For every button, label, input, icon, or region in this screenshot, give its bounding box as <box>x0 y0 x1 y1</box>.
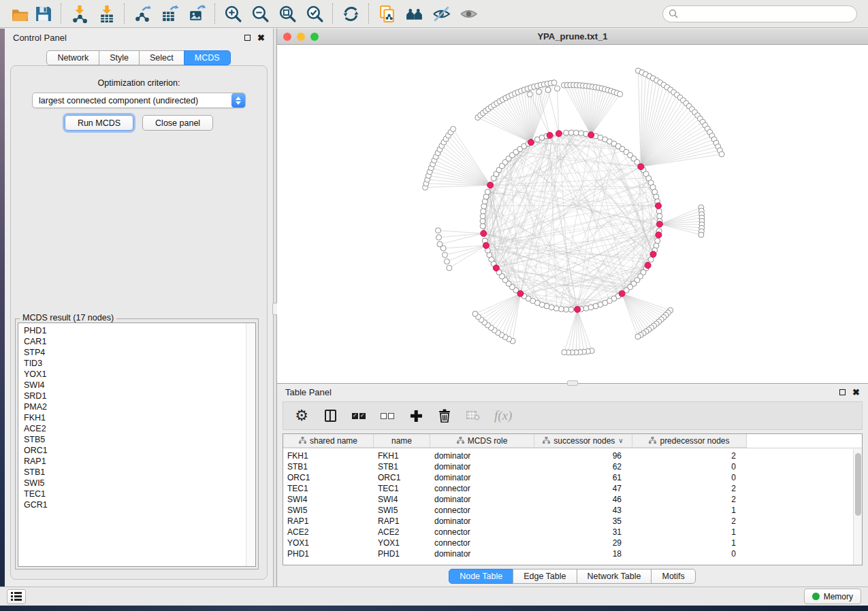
ring-node[interactable] <box>579 131 584 136</box>
column-header-name[interactable]: name <box>374 434 430 448</box>
duplicate-network-button[interactable] <box>375 2 398 25</box>
mcds-hub-node[interactable] <box>588 132 594 138</box>
leaf-node[interactable] <box>436 235 442 240</box>
mcds-result-item[interactable]: ACE2 <box>24 423 246 434</box>
leaf-node[interactable] <box>444 259 449 264</box>
leaf-node[interactable] <box>472 311 478 316</box>
import-table-button[interactable] <box>95 2 118 25</box>
column-header-successor-nodes[interactable]: successor nodes∨ <box>534 434 632 448</box>
function-builder-button[interactable]: f(x) <box>494 406 512 426</box>
run-mcds-button[interactable]: Run MCDS <box>65 115 133 131</box>
mcds-result-item[interactable]: GCR1 <box>24 499 246 510</box>
mcds-list-scrollbar[interactable] <box>246 323 255 566</box>
table-row[interactable]: ORC1ORC1dominator610 <box>283 472 862 483</box>
status-menu-button[interactable] <box>7 589 26 604</box>
table-row[interactable]: YOX1YOX1connector291 <box>283 538 862 548</box>
mcds-result-item[interactable]: YOX1 <box>24 369 246 380</box>
leaf-node[interactable] <box>545 87 551 93</box>
mcds-hub-node[interactable] <box>528 139 534 146</box>
column-header-predecessor-nodes[interactable]: predecessor nodes <box>632 434 747 448</box>
table-row[interactable]: SWI5SWI5connector431 <box>283 505 862 516</box>
leaf-node[interactable] <box>440 246 446 251</box>
mcds-hub-node[interactable] <box>493 265 499 271</box>
mcds-result-item[interactable]: TEC1 <box>24 489 246 499</box>
tab-motifs[interactable]: Motifs <box>651 569 695 584</box>
mcds-result-item[interactable]: CAR1 <box>24 336 246 347</box>
tab-network[interactable]: Network <box>46 50 99 65</box>
save-session-button[interactable] <box>31 2 54 25</box>
mcds-result-item[interactable]: TID3 <box>24 358 246 369</box>
network-window-titlebar[interactable]: YPA_prune.txt_1 <box>277 29 868 45</box>
mcds-result-item[interactable]: SWI5 <box>24 478 246 489</box>
tab-select[interactable]: Select <box>139 50 184 65</box>
leaf-node[interactable] <box>719 152 724 157</box>
column-header-shared-name[interactable]: shared name <box>283 434 374 448</box>
table-row[interactable]: FKH1FKH1dominator962 <box>283 450 862 461</box>
memory-button[interactable]: Memory <box>804 589 861 604</box>
ring-node[interactable] <box>583 306 589 311</box>
mcds-result-item[interactable]: RAP1 <box>24 456 246 467</box>
ring-node[interactable] <box>481 208 486 214</box>
hide-selected-button[interactable] <box>430 2 453 25</box>
select-all-columns-button[interactable] <box>351 406 366 426</box>
tab-edge-table[interactable]: Edge Table <box>513 569 577 584</box>
mcds-hub-node[interactable] <box>656 221 662 227</box>
mcds-result-item[interactable]: ORC1 <box>24 445 246 456</box>
export-table-button[interactable] <box>158 2 181 25</box>
leaf-node[interactable] <box>617 91 623 97</box>
leaf-node[interactable] <box>536 89 542 95</box>
ring-node[interactable] <box>564 130 569 135</box>
leaf-node[interactable] <box>635 334 641 340</box>
float-table-panel-icon[interactable] <box>839 389 846 395</box>
window-minimize-button[interactable] <box>297 33 305 41</box>
mcds-hub-node[interactable] <box>575 306 581 312</box>
table-row[interactable]: SWI4SWI4dominator462 <box>283 494 862 505</box>
mcds-hub-node[interactable] <box>547 132 553 138</box>
table-row[interactable]: STB1STB1dominator620 <box>283 461 862 472</box>
panel-splitter-horizontal[interactable] <box>567 380 578 386</box>
column-header-MCDS-role[interactable]: MCDS role <box>430 434 534 448</box>
leaf-node[interactable] <box>527 92 532 97</box>
float-panel-icon[interactable] <box>244 35 251 41</box>
mcds-hub-node[interactable] <box>645 263 651 269</box>
show-all-button[interactable] <box>457 2 480 25</box>
tab-style[interactable]: Style <box>99 50 140 65</box>
leaf-node[interactable] <box>436 228 441 233</box>
mcds-result-item[interactable]: STB5 <box>24 434 246 445</box>
mcds-hub-node[interactable] <box>556 131 562 137</box>
ring-node[interactable] <box>480 214 485 219</box>
zoom-selected-button[interactable] <box>303 2 326 25</box>
leaf-node[interactable] <box>551 80 557 86</box>
mcds-result-item[interactable]: STB1 <box>24 467 246 478</box>
leaf-node[interactable] <box>447 265 452 271</box>
mcds-hub-node[interactable] <box>638 164 644 170</box>
mcds-hub-node[interactable] <box>656 232 662 238</box>
table-scrollbar[interactable] <box>853 449 862 565</box>
tab-node-table[interactable]: Node Table <box>449 569 513 584</box>
delete-table-button[interactable] <box>466 406 481 426</box>
window-maximize-button[interactable] <box>310 33 319 41</box>
ring-node[interactable] <box>656 208 662 214</box>
split-view-button[interactable] <box>323 406 338 426</box>
mcds-result-item[interactable]: SRD1 <box>24 391 246 401</box>
mcds-result-item[interactable]: STP4 <box>24 347 246 358</box>
mcds-hub-node[interactable] <box>650 251 656 257</box>
ring-node[interactable] <box>564 307 569 312</box>
mcds-hub-node[interactable] <box>483 242 489 248</box>
ring-node[interactable] <box>485 189 490 195</box>
close-panel-icon[interactable]: ✖ <box>257 35 265 41</box>
network-canvas[interactable] <box>277 46 868 383</box>
deselect-all-columns-button[interactable] <box>380 406 395 426</box>
open-file-button[interactable] <box>8 2 31 25</box>
export-network-button[interactable] <box>131 2 154 25</box>
search-input[interactable] <box>682 9 851 18</box>
mcds-hub-node[interactable] <box>487 182 494 188</box>
leaf-node[interactable] <box>451 127 456 132</box>
refresh-button[interactable] <box>339 2 362 25</box>
table-settings-button[interactable]: ⚙ <box>294 406 309 426</box>
zoom-in-button[interactable] <box>221 2 244 25</box>
mcds-hub-node[interactable] <box>656 203 662 209</box>
ring-node[interactable] <box>657 214 662 219</box>
table-row[interactable]: PHD1PHD1dominator180 <box>283 548 862 559</box>
close-table-panel-icon[interactable]: ✖ <box>852 389 860 395</box>
